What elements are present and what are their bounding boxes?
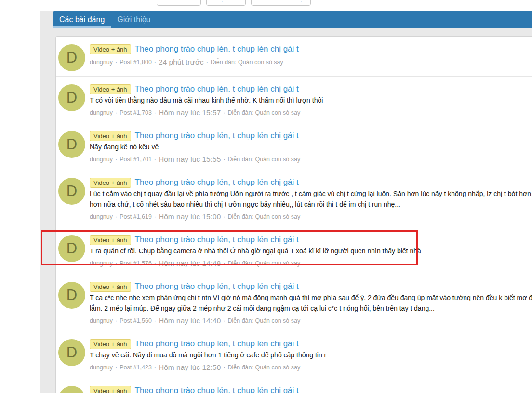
post-title-line: Video + ảnh Theo phong trào chụp lén, t … — [90, 338, 532, 350]
avatar[interactable]: D — [58, 235, 85, 262]
avatar[interactable]: D — [58, 339, 85, 366]
post-snippet-line: T ra quán cf rồi. Chụp bằng camera ở nhà… — [90, 246, 532, 256]
author-link[interactable]: dungnuy — [90, 109, 113, 116]
post-list-item: D Video + ảnh Theo phong trào chụp lén, … — [56, 378, 532, 393]
post-prefix-badge[interactable]: Video + ảnh — [90, 282, 131, 292]
post-title-link[interactable]: Theo phong trào chụp lén, t chụp lén chị… — [135, 282, 299, 291]
post-number: Post #1,560 — [120, 317, 152, 324]
meta-separator — [152, 213, 159, 220]
post-number: Post #1,701 — [120, 156, 152, 163]
meta-separator — [152, 364, 159, 371]
post-prefix-badge[interactable]: Video + ảnh — [90, 178, 131, 188]
profile-tab-bar: Các bài đăng Giới thiệu — [53, 11, 532, 28]
post-content: Video + ảnh Theo phong trào chụp lén, t … — [90, 177, 532, 222]
post-list-item: D Video + ảnh Theo phong trào chụp lén, … — [56, 76, 532, 123]
post-title-link[interactable]: Theo phong trào chụp lén, t chụp lén chị… — [135, 131, 299, 141]
timestamp-link[interactable]: Hôm nay lúc 14:48 — [159, 259, 221, 268]
forum-link[interactable]: Diễn đàn: Quán con sò say — [227, 109, 300, 116]
meta-separator — [221, 213, 227, 220]
meta-separator — [113, 213, 120, 220]
timestamp-link[interactable]: Hôm nay lúc 14:40 — [159, 316, 221, 325]
avatar-letter: D — [66, 391, 77, 393]
forum-link[interactable]: Diễn đàn: Quán con sò say — [211, 59, 283, 66]
post-title-link[interactable]: Theo phong trào chụp lén, t chụp lén chị… — [135, 386, 299, 393]
post-title-link[interactable]: Theo phong trào chụp lén, t chụp lén chị… — [135, 178, 299, 187]
post-content: Video + ảnh Theo phong trào chụp lén, t … — [90, 130, 532, 165]
author-link[interactable]: dungnuy — [90, 364, 113, 371]
post-snippet-line: Lúc t cắm vào chị t quay đầu lại về phía… — [90, 189, 532, 199]
post-title-link[interactable]: Theo phong trào chụp lén, t chụp lén chị… — [135, 339, 299, 349]
author-link[interactable]: dungnuy — [90, 59, 113, 66]
post-number: Post #1,703 — [120, 109, 152, 116]
forum-link[interactable]: Diễn đàn: Quán con sò say — [227, 364, 300, 371]
post-meta: dungnuy Post #1,423 Hôm nay lúc 12:50 Di… — [90, 362, 532, 373]
post-content: Video + ảnh Theo phong trào chụp lén, t … — [90, 43, 532, 71]
post-prefix-badge[interactable]: Video + ảnh — [90, 339, 131, 349]
post-meta: dungnuy Post #1,560 Hôm nay lúc 14:40 Di… — [90, 315, 532, 326]
meta-separator — [221, 156, 227, 163]
post-title-link[interactable]: Theo phong trào chụp lén, t chụp lén chị… — [135, 235, 299, 245]
post-prefix-badge[interactable]: Video + ảnh — [90, 84, 131, 94]
post-content: Video + ảnh Theo phong trào chụp lén, t … — [90, 338, 532, 373]
author-link[interactable]: dungnuy — [90, 156, 113, 163]
meta-separator — [221, 317, 227, 324]
meta-separator — [152, 59, 159, 66]
post-title-link[interactable]: Theo phong trào chụp lén, t chụp lén chị… — [135, 44, 299, 54]
meta-separator — [204, 59, 211, 66]
avatar-letter: D — [66, 287, 77, 304]
post-number: Post #1,619 — [120, 213, 152, 220]
post-snippet-line: T chạy về cái. Nãy đi mua đồ mà ngồi hơn… — [90, 350, 532, 360]
unfollow-button[interactable]: Bỏ theo dõi — [157, 0, 201, 6]
avatar[interactable]: D — [58, 131, 85, 158]
meta-separator — [221, 109, 227, 116]
timestamp-link[interactable]: Hôm nay lúc 12:50 — [159, 363, 221, 372]
avatar[interactable]: D — [58, 178, 85, 205]
meta-separator — [113, 317, 120, 324]
avatar-letter: D — [66, 136, 77, 153]
timestamp-link[interactable]: 24 phút trước — [159, 58, 204, 66]
post-title-line: Video + ảnh Theo phong trào chụp lén, t … — [90, 234, 532, 246]
timestamp-link[interactable]: Hôm nay lúc 15:00 — [159, 212, 221, 221]
meta-separator — [113, 156, 120, 163]
post-snippet-line: Nãy đang kể nó kêu về — [90, 142, 532, 152]
post-meta: dungnuy Post #1,800 24 phút trước Diễn đ… — [90, 56, 532, 67]
avatar-letter: D — [66, 344, 77, 361]
forum-link[interactable]: Diễn đàn: Quán con sò say — [227, 213, 300, 220]
post-title-line: Video + ảnh Theo phong trào chụp lén, t … — [90, 281, 532, 292]
post-prefix-badge[interactable]: Video + ảnh — [90, 131, 131, 141]
post-list: D Video + ảnh Theo phong trào chụp lén, … — [55, 36, 532, 393]
post-prefix-badge[interactable]: Video + ảnh — [90, 44, 131, 54]
avatar[interactable]: D — [58, 282, 85, 309]
post-list-item: D Video + ảnh Theo phong trào chụp lén, … — [56, 274, 532, 331]
post-number: Post #1,576 — [120, 260, 152, 267]
post-meta: dungnuy Post #1,701 Hôm nay lúc 15:55 Di… — [90, 154, 532, 165]
timestamp-link[interactable]: Hôm nay lúc 15:57 — [159, 108, 221, 117]
post-snippet-line: T có vòi tiền thằng nào đâu mà cãi nhau … — [90, 95, 532, 105]
author-link[interactable]: dungnuy — [90, 260, 113, 267]
meta-separator — [152, 156, 159, 163]
avatar-letter: D — [66, 89, 77, 106]
timestamp-link[interactable]: Hôm nay lúc 15:55 — [159, 155, 221, 164]
tab-about[interactable]: Giới thiệu — [111, 11, 157, 28]
post-number: Post #1,423 — [120, 364, 152, 371]
post-prefix-badge[interactable]: Video + ảnh — [90, 235, 131, 245]
author-link[interactable]: dungnuy — [90, 317, 113, 324]
forum-link[interactable]: Diễn đàn: Quán con sò say — [227, 260, 300, 267]
post-title-link[interactable]: Theo phong trào chụp lén, t chụp lén chị… — [135, 84, 299, 94]
avatar[interactable]: D — [58, 386, 85, 393]
tab-posts[interactable]: Các bài đăng — [53, 11, 111, 28]
author-link[interactable]: dungnuy — [90, 213, 113, 220]
post-number: Post #1,800 — [120, 59, 152, 66]
avatar[interactable]: D — [58, 44, 85, 71]
post-meta: dungnuy Post #1,619 Hôm nay lúc 15:00 Di… — [90, 211, 532, 222]
forum-link[interactable]: Diễn đàn: Quán con sò say — [227, 156, 300, 163]
avatar[interactable]: D — [58, 84, 85, 111]
post-list-item: D Video + ảnh Theo phong trào chụp lén, … — [56, 37, 532, 76]
post-list-item: D Video + ảnh Theo phong trào chụp lén, … — [56, 227, 532, 274]
start-conversation-button[interactable]: Bắt đầu đối thoại — [251, 0, 311, 6]
post-prefix-badge[interactable]: Video + ảnh — [90, 386, 131, 393]
meta-separator — [221, 260, 227, 267]
block-button[interactable]: Chặn ảnh — [206, 0, 246, 6]
post-content: Video + ảnh Theo phong trào chụp lén, t … — [90, 83, 532, 118]
forum-link[interactable]: Diễn đàn: Quán con sò say — [227, 317, 300, 324]
